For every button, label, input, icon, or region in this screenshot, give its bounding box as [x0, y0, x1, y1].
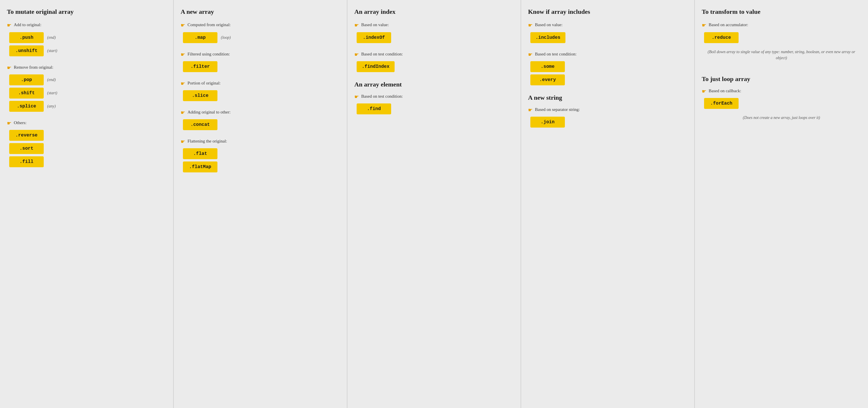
foreach-note: (Does not create a new array, just loops… — [702, 115, 861, 121]
section-adding: ☛ Adding original to other: .concat — [181, 109, 340, 130]
section-flattening: ☛ Flattening the original: .flat .flatMa… — [181, 138, 340, 172]
arrow-icon: ☛ — [181, 109, 185, 116]
badge-reverse: .reverse — [9, 130, 44, 141]
method-row: .unshift (start) — [9, 45, 166, 56]
badge-note-shift: (start) — [47, 91, 57, 95]
col3-title: An array index — [354, 8, 514, 15]
section-includes: ☛ Based on value: .includes — [528, 22, 687, 43]
portion-methods: .slice — [183, 90, 340, 101]
method-row: .push (end) — [9, 32, 166, 43]
add-methods: .push (end) .unshift (start) — [9, 32, 166, 56]
arrow-icon: ☛ — [528, 51, 533, 58]
method-row: .splice (any) — [9, 101, 166, 112]
col5-title: To transform to value — [702, 8, 861, 15]
section-computed: ☛ Computed from original: .map (loop) — [181, 22, 340, 43]
join-methods: .join — [530, 117, 687, 128]
section-flattening-label: ☛ Flattening the original: — [181, 138, 340, 145]
loop-array-title: To just loop array — [702, 75, 861, 83]
reduce-note: (Boil down array to single value of any … — [702, 49, 861, 61]
badge-every: .every — [530, 74, 565, 85]
method-row: .concat — [183, 119, 340, 130]
arrow-icon: ☛ — [181, 138, 185, 145]
section-foreach-label: ☛ Based on callback: — [702, 88, 861, 95]
section-add: ☛ Add to original: .push (end) .unshift … — [7, 22, 166, 56]
badge-note-pop: (end) — [47, 77, 56, 82]
method-row: .every — [530, 74, 687, 85]
method-row: .reverse — [9, 130, 166, 141]
badge-findindex: .findIndex — [356, 61, 395, 72]
column-3: An array index ☛ Based on value: .indexO… — [347, 0, 521, 408]
section-find: ☛ Based on test condition: .find — [354, 93, 514, 114]
badge-pop: .pop — [9, 74, 44, 85]
section-filtered-label: ☛ Filtered using condition: — [181, 51, 340, 58]
adding-methods: .concat — [183, 119, 340, 130]
badge-concat: .concat — [183, 119, 217, 130]
column-1: To mutate original array ☛ Add to origin… — [0, 0, 174, 408]
section-join: ☛ Based on separator string: .join — [528, 107, 687, 128]
badge-note-push: (end) — [47, 35, 56, 40]
section-indexof-label: ☛ Based on value: — [354, 22, 514, 29]
badge-note-map: (loop) — [221, 35, 231, 40]
section-findindex: ☛ Based on test condition: .findIndex — [354, 51, 514, 72]
badge-join: .join — [530, 117, 565, 128]
badge-splice: .splice — [9, 101, 44, 112]
badge-fill: .fill — [9, 156, 44, 167]
col4-title: Know if array includes — [528, 8, 687, 15]
section-includes-label: ☛ Based on value: — [528, 22, 687, 29]
badge-foreach: .forEach — [704, 98, 739, 109]
filtered-methods: .filter — [183, 61, 340, 72]
section-portion: ☛ Portion of original: .slice — [181, 80, 340, 101]
others-methods: .reverse .sort .fill — [9, 130, 166, 167]
arrow-icon: ☛ — [702, 22, 706, 29]
badge-sort: .sort — [9, 143, 44, 154]
method-row: .filter — [183, 61, 340, 72]
computed-methods: .map (loop) — [183, 32, 340, 43]
findindex-methods: .findIndex — [356, 61, 514, 72]
method-row: .find — [356, 103, 514, 114]
badge-unshift: .unshift — [9, 45, 44, 56]
method-row: .flat — [183, 148, 340, 159]
arrow-icon: ☛ — [7, 22, 11, 29]
section-computed-label: ☛ Computed from original: — [181, 22, 340, 29]
flattening-methods: .flat .flatMap — [183, 148, 340, 172]
array-element-title: An array element — [354, 81, 514, 88]
section-add-label: ☛ Add to original: — [7, 22, 166, 29]
method-row: .map (loop) — [183, 32, 340, 43]
arrow-icon: ☛ — [181, 22, 185, 29]
method-row: .includes — [530, 32, 687, 43]
arrow-icon: ☛ — [7, 64, 11, 72]
includes-methods: .includes — [530, 32, 687, 43]
arrow-icon: ☛ — [7, 120, 11, 127]
col2-title: A new array — [181, 8, 340, 15]
badge-includes: .includes — [530, 32, 565, 43]
badge-flatmap: .flatMap — [183, 162, 217, 172]
badge-filter: .filter — [183, 61, 217, 72]
arrow-icon: ☛ — [354, 22, 359, 29]
method-row: .fill — [9, 156, 166, 167]
badge-shift: .shift — [9, 88, 44, 99]
badge-slice: .slice — [183, 90, 217, 101]
badge-map: .map — [183, 32, 217, 43]
section-some-every-label: ☛ Based on test condition: — [528, 51, 687, 58]
column-2: A new array ☛ Computed from original: .m… — [174, 0, 347, 408]
method-row: .flatMap — [183, 162, 340, 172]
section-filtered: ☛ Filtered using condition: .filter — [181, 51, 340, 72]
new-string-title: A new string — [528, 94, 687, 101]
find-methods: .find — [356, 103, 514, 114]
section-portion-label: ☛ Portion of original: — [181, 80, 340, 87]
method-row: .some — [530, 61, 687, 72]
arrow-icon: ☛ — [181, 51, 185, 58]
arrow-icon: ☛ — [528, 107, 533, 114]
method-row: .reduce — [704, 32, 861, 43]
foreach-methods: .forEach — [704, 98, 861, 109]
section-foreach: ☛ Based on callback: .forEach — [702, 88, 861, 109]
arrow-icon: ☛ — [354, 51, 359, 58]
column-5: To transform to value ☛ Based on accumul… — [695, 0, 868, 408]
method-row: .pop (end) — [9, 74, 166, 85]
method-row: .sort — [9, 143, 166, 154]
arrow-icon: ☛ — [702, 88, 706, 95]
indexof-methods: .indexOf — [356, 32, 514, 43]
method-row: .shift (start) — [9, 88, 166, 99]
reduce-methods: .reduce — [704, 32, 861, 43]
section-indexof: ☛ Based on value: .indexOf — [354, 22, 514, 43]
